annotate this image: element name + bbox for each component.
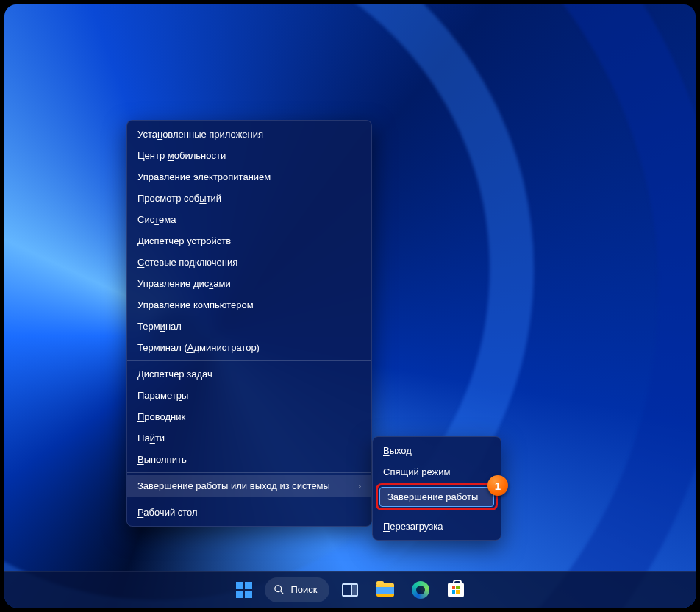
ctx-item-label: Система — [138, 214, 176, 225]
submenu-item-shutdown-highlighted[interactable]: Завершение работы1 — [376, 483, 498, 510]
ctx-item-label: Установленные приложения — [138, 129, 263, 140]
ctx-item[interactable]: Центр мобильности — [127, 145, 371, 166]
menu-separator — [127, 472, 371, 473]
start-button[interactable] — [229, 575, 259, 605]
edge-button[interactable] — [406, 575, 435, 605]
ctx-item-label: Рабочий стол — [138, 507, 198, 518]
taskbar: Поиск — [4, 571, 696, 608]
submenu-item-label: Выход — [383, 445, 412, 456]
folder-icon — [376, 583, 394, 597]
ctx-item[interactable]: Диспетчер задач — [127, 363, 371, 385]
windows-logo-icon — [236, 582, 252, 598]
menu-separator — [127, 360, 371, 361]
ctx-item[interactable]: Управление электропитанием — [127, 166, 371, 188]
ctx-item-label: Управление электропитанием — [138, 171, 271, 182]
annotation-marker-1: 1 — [488, 475, 508, 496]
ctx-item[interactable]: Просмотр событий — [127, 188, 371, 209]
submenu-item[interactable]: Выход — [373, 440, 501, 461]
ctx-item-label: Параметры — [138, 390, 188, 401]
ctx-item-label: Управление дисками — [138, 278, 231, 289]
winx-context-menu: Установленные приложенияЦентр мобильност… — [126, 120, 372, 527]
ctx-item-label: Выполнить — [138, 454, 187, 465]
menu-separator — [127, 499, 371, 499]
taskbar-search[interactable]: Поиск — [265, 577, 329, 602]
ctx-item[interactable]: Выполнить — [127, 449, 371, 470]
submenu-item-label: Спящий режим — [383, 466, 451, 477]
ctx-item-label: Диспетчер задач — [138, 369, 213, 380]
ctx-item[interactable]: Установленные приложения — [127, 124, 371, 145]
svg-point-0 — [275, 586, 282, 592]
search-icon — [274, 584, 285, 595]
task-view-icon — [342, 583, 358, 597]
submenu-item-label: Перезагрузка — [383, 521, 443, 532]
ctx-item-label: Просмотр событий — [138, 193, 221, 204]
edge-icon — [412, 581, 429, 599]
ctx-item-label: Проводник — [138, 411, 185, 422]
ctx-item[interactable]: Сетевые подключения — [127, 252, 371, 273]
ctx-item-label: Сетевые подключения — [138, 257, 238, 268]
desktop-wallpaper: Установленные приложенияЦентр мобильност… — [4, 4, 696, 608]
ctx-item[interactable]: Проводник — [127, 406, 371, 427]
ctx-item[interactable]: Управление компьютером — [127, 294, 371, 316]
ctx-item[interactable]: Рабочий стол — [127, 502, 371, 523]
ctx-item-label: Терминал (Администратор) — [138, 342, 260, 353]
ctx-item-label: Центр мобильности — [138, 150, 226, 161]
ctx-item[interactable]: Параметры — [127, 385, 371, 406]
svg-line-1 — [281, 591, 284, 594]
ctx-item-label: Терминал — [138, 321, 182, 332]
ctx-item[interactable]: Найти — [127, 427, 371, 449]
chevron-right-icon: › — [358, 481, 361, 491]
submenu-item-label: Завершение работы — [388, 491, 478, 502]
search-label: Поиск — [290, 584, 317, 595]
microsoft-store-button[interactable] — [441, 575, 471, 605]
ctx-item[interactable]: Управление дисками — [127, 273, 371, 294]
file-explorer-button[interactable] — [371, 575, 400, 605]
submenu-item[interactable]: Перезагрузка — [373, 516, 501, 537]
shutdown-submenu: ВыходСпящий режимЗавершение работы1Перез… — [372, 436, 501, 541]
submenu-item[interactable]: Спящий режим — [373, 461, 501, 483]
ctx-item-label: Управление компьютером — [138, 299, 254, 310]
ctx-item[interactable]: Терминал — [127, 316, 371, 337]
ctx-item[interactable]: Завершение работы или выход из системы› — [127, 475, 371, 497]
ctx-item[interactable]: Диспетчер устройств — [127, 230, 371, 252]
task-view-button[interactable] — [335, 575, 365, 605]
menu-separator — [373, 513, 501, 513]
ctx-item-label: Найти — [138, 433, 165, 444]
ctx-item[interactable]: Терминал (Администратор) — [127, 337, 371, 358]
ctx-item-label: Диспетчер устройств — [138, 235, 231, 246]
ctx-item-label: Завершение работы или выход из системы — [138, 480, 330, 491]
ctx-item[interactable]: Система — [127, 209, 371, 230]
store-icon — [448, 583, 464, 597]
